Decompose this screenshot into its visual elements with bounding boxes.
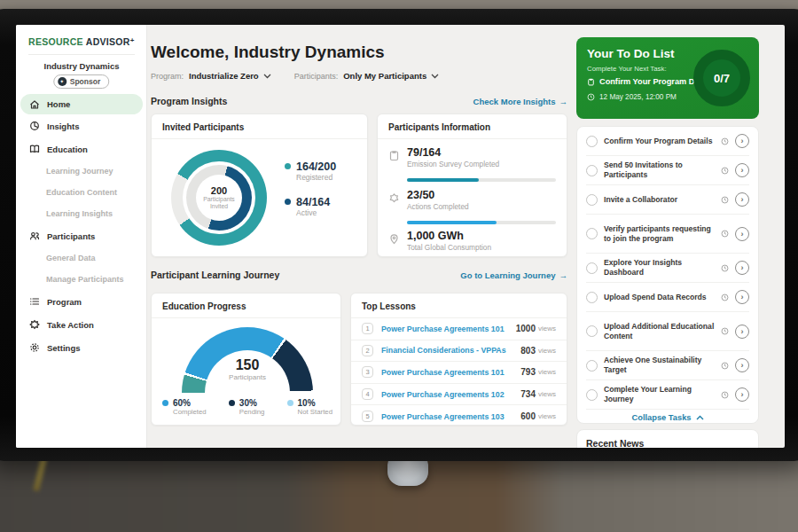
todo-item-label: Confirm Your Program Details [604, 137, 715, 146]
education-progress-card: Education Progress 150 Participants 60% … [151, 293, 341, 426]
sidebar-item-take-action[interactable]: Take Action [16, 313, 147, 336]
todo-go-button[interactable]: › [735, 387, 749, 402]
lesson-row[interactable]: 5 Power Purchase Agreements 103 600 view… [351, 405, 567, 427]
emission-survey-row: 79/164 Emission Survey Completed [388, 146, 557, 168]
todo-go-button[interactable]: › [735, 163, 749, 177]
consumption-label: Total Global Consumption [407, 243, 491, 252]
lesson-views-suffix: views [538, 390, 556, 398]
todo-go-button[interactable]: › [735, 192, 749, 207]
todo-next-time: 12 May 2025, 12:00 PM [587, 93, 677, 101]
donut-center: 200 Participants Invited [196, 175, 242, 221]
clock-icon [587, 93, 595, 101]
todo-checkbox[interactable] [586, 292, 598, 303]
participants-filter-value: Only My Participants [343, 71, 426, 81]
todo-item[interactable]: Complete Your Learning Journey› [586, 380, 749, 410]
lesson-views-suffix: views [538, 368, 556, 376]
todo-checkbox[interactable] [586, 228, 598, 239]
lesson-link[interactable]: Power Purchase Agreements 101 [381, 325, 516, 333]
lesson-link[interactable]: Power Purchase Agreements 103 [381, 412, 520, 421]
participants-filter-select[interactable]: Only My Participants [343, 71, 439, 81]
sidebar-item-manage-participants[interactable]: Manage Participants [16, 269, 147, 290]
todo-item-label: Upload Additional Educational Content [604, 322, 715, 340]
sidebar-item-education[interactable]: Education [16, 137, 147, 160]
actions-completed-value: 23/50 [407, 189, 469, 201]
sidebar-item-label: Education [47, 145, 88, 154]
todo-item[interactable]: Send 50 Invitations to Participants› [586, 156, 749, 185]
top-lessons-card: Top Lessons 1 Power Purchase Agreements … [350, 293, 567, 426]
lesson-link[interactable]: Power Purchase Agreements 102 [381, 390, 520, 399]
sponsor-label: Sponsor [70, 77, 100, 86]
sidebar-item-participants[interactable]: Participants [16, 224, 147, 247]
go-to-learning-journey-link[interactable]: Go to Learning Journey → [460, 270, 567, 280]
todo-checkbox[interactable] [586, 360, 598, 372]
actions-icon [388, 192, 400, 204]
todo-item-label: Send 50 Invitations to Participants [604, 160, 715, 179]
todo-checkbox[interactable] [586, 325, 598, 337]
todo-checkbox[interactable] [586, 194, 598, 206]
todo-go-button[interactable]: › [735, 261, 749, 275]
todo-go-button[interactable]: › [735, 325, 749, 339]
active-dot [285, 199, 291, 205]
clipboard-icon [587, 78, 595, 86]
sponsor-badge[interactable]: ✦ Sponsor [53, 74, 109, 89]
todo-checkbox[interactable] [586, 262, 598, 274]
lesson-row[interactable]: 4 Power Purchase Agreements 102 734 view… [351, 384, 567, 406]
todo-item[interactable]: Verify participants requesting to join t… [586, 215, 749, 254]
todo-checkbox[interactable] [586, 165, 598, 176]
sidebar-item-general-data[interactable]: General Data [16, 247, 147, 269]
lesson-views-value: 803 [520, 346, 536, 356]
todo-item[interactable]: Invite a Collaborator› [586, 185, 749, 215]
todo-item[interactable]: Achieve One Sustainability Target› [586, 351, 749, 380]
lesson-link[interactable]: Financial Considerations - VPPAs [381, 346, 520, 355]
lesson-row[interactable]: 3 Power Purchase Agreements 101 793 view… [351, 362, 567, 384]
go-to-learning-journey-label: Go to Learning Journey [460, 270, 555, 280]
collapse-tasks-link[interactable]: Collapse Tasks [586, 410, 749, 425]
todo-go-button[interactable]: › [735, 227, 749, 241]
legend-registered: 164/200 Registered [285, 160, 336, 182]
lesson-rank: 5 [362, 411, 373, 422]
clock-icon [721, 167, 729, 175]
sidebar-item-label: Program [47, 297, 82, 307]
lesson-row[interactable]: 2 Financial Considerations - VPPAs 803 v… [351, 340, 567, 363]
collapse-tasks-label: Collapse Tasks [631, 413, 691, 422]
app-logo: RESOURCE ADVISOR+ [28, 36, 135, 47]
logo-advisor: ADVISOR [86, 36, 130, 47]
completed-label: Completed [173, 408, 207, 416]
check-more-insights-label: Check More Insights [473, 97, 556, 106]
sidebar-item-home[interactable]: Home [20, 94, 143, 114]
gear-icon [28, 342, 40, 354]
check-more-insights-link[interactable]: Check More Insights → [473, 97, 567, 106]
todo-go-button[interactable]: › [735, 358, 749, 372]
sidebar-item-learning-insights[interactable]: Learning Insights [16, 203, 147, 224]
photo-canvas: RESOURCE ADVISOR+ Industry Dynamics ✦ Sp… [0, 0, 798, 532]
lesson-link[interactable]: Power Purchase Agreements 101 [381, 368, 520, 377]
participants-filter-label: Participants: [294, 72, 339, 81]
todo-checkbox[interactable] [586, 136, 598, 147]
sidebar-item-label: Insights [47, 121, 79, 131]
location-pin-icon [388, 233, 400, 245]
sidebar-item-insights[interactable]: Insights [16, 114, 147, 137]
sidebar-item-education-content[interactable]: Education Content [16, 182, 147, 203]
learning-journey-title: Participant Learning Journey [151, 270, 279, 280]
todo-item[interactable]: Upload Spend Data Records› [586, 283, 749, 312]
sidebar-item-label: Take Action [47, 320, 94, 330]
sidebar-item-settings[interactable]: Settings [16, 336, 147, 359]
participants-filter: Participants: Only My Participants [294, 71, 440, 81]
todo-hero-card: Your To Do List Complete Your Next Task:… [576, 37, 759, 119]
invited-participants-title: Invited Participants [152, 114, 367, 139]
recent-news-card: Recent News [576, 429, 759, 448]
todo-item[interactable]: Confirm Your Program Details› [586, 127, 749, 156]
clock-icon [721, 362, 729, 370]
todo-item[interactable]: Explore Your Insights Dashboard› [586, 254, 749, 283]
todo-go-button[interactable]: › [735, 290, 749, 304]
sidebar-item-learning-journey[interactable]: Learning Journey [16, 160, 147, 182]
education-progress-title: Education Progress [152, 293, 340, 318]
program-filter-select[interactable]: Industrialize Zero [189, 71, 271, 81]
lesson-row[interactable]: 1 Power Purchase Agreements 101 1000 vie… [351, 318, 567, 340]
todo-item[interactable]: Upload Additional Educational Content› [586, 312, 749, 351]
todo-go-button[interactable]: › [735, 134, 749, 148]
sidebar-item-program[interactable]: Program [16, 290, 147, 313]
todo-checkbox[interactable] [586, 389, 598, 401]
clipboard-icon [388, 150, 400, 161]
actions-completed-row: 23/50 Actions Completed [388, 189, 557, 211]
